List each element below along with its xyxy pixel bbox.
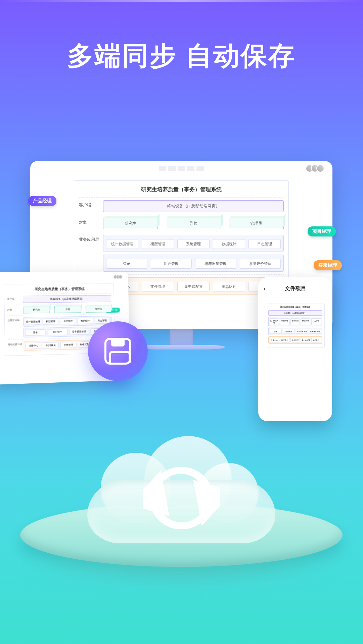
app-chip: 日志管理 [248, 239, 281, 249]
role-pill-qa: 客服经理 [314, 260, 342, 270]
diagram-row-client: 客户端 终端设备（pc及移动端网页） [79, 197, 284, 215]
diagram-title: 研究生培养质量（事务）管理系统 [79, 186, 284, 193]
support-chip: 注册中心 [25, 342, 41, 349]
app-chip: 数据统计 [213, 239, 245, 249]
row-label: 基础支撑环境 [8, 341, 24, 346]
app-chip: 模型管理 [43, 318, 58, 325]
row-label: 对象 [79, 218, 103, 225]
row-label: 客户端 [7, 296, 23, 301]
diagram-row-object: 对象 研究生 导师 管理员 [79, 215, 284, 232]
app-chip: 培养质量管理 [195, 259, 236, 269]
app-chip: 系统管理 [177, 239, 210, 249]
app-chip: 统一数据管理 [106, 239, 138, 249]
collaborator-avatars [308, 164, 324, 172]
object-cube: 导师 [166, 218, 221, 229]
sync-icon [143, 460, 220, 537]
diagram-title: 研究生培养质量（事务）管理系统 [268, 306, 322, 309]
object-cube: 导师 [54, 306, 81, 313]
object-cube: 管理员 [229, 218, 284, 229]
highlight-bar [0, 0, 363, 2]
support-chip: 注册中心 [270, 338, 279, 342]
role-pill-proj: 项目经理 [308, 226, 336, 236]
client-box: 终端设备（pc及移动端网页） [23, 295, 111, 303]
support-chip: 集中式配置 [177, 282, 210, 291]
support-chip: 消息队列 [213, 282, 245, 291]
phone-header: ‹ 文件项目 [262, 284, 329, 296]
avatar [316, 164, 324, 172]
app-chip: 数据统计 [301, 318, 310, 325]
phone-title: 文件项目 [264, 285, 327, 292]
hero-title: 多端同步 自动保存 [0, 39, 363, 74]
app-chip: 统一数据管理 [25, 319, 41, 325]
support-chip: 文件管理 [60, 342, 76, 348]
object-cube: 研究生 [103, 218, 158, 229]
app-chip: 登录 [25, 329, 46, 336]
app-chip: 质量评价管理 [240, 259, 281, 269]
row-label: 业务应用层 [7, 317, 23, 322]
save-badge [88, 321, 148, 381]
support-chip: 集中式配置 [301, 338, 310, 342]
row-label: 对象 [7, 307, 23, 312]
app-chip: 培养质量管理 [296, 329, 308, 334]
support-chip: 能可视化 [280, 338, 289, 342]
app-chip: 用户管理 [151, 259, 192, 269]
app-chip: 日志管理 [311, 318, 321, 325]
app-chip: 登录 [106, 259, 147, 269]
window-tabstrip [159, 166, 204, 171]
row-label: 客户端 [79, 200, 103, 208]
diagram-row-app: 业务应用层 统一数据管理 模型管理 系统管理 数据统计 日志管理 登录 [79, 232, 284, 274]
app-chip: 用户管理 [47, 329, 67, 335]
diagram-title: 研究生培养质量（事务）管理系统 [7, 286, 111, 292]
support-chip: 消息队列 [311, 338, 321, 342]
app-chip: 系统管理 [60, 318, 76, 324]
app-chip: 登录 [270, 329, 282, 334]
app-chip: 用户管理 [283, 329, 295, 334]
object-cube: 研究生 [23, 306, 50, 313]
monitor-stand [170, 329, 193, 345]
cloud-platform [20, 446, 343, 597]
monitor-base [138, 345, 225, 350]
collaborator-avatars [115, 275, 122, 279]
app-chip: 数据统计 [78, 318, 93, 324]
app-chip: 模型管理 [280, 318, 289, 325]
phone-device: ‹ 文件项目 研究生培养质量（事务）管理系统 终端设备（pc及移动端网页） 统一… [258, 277, 332, 421]
app-chip: 模型管理 [142, 239, 174, 249]
app-chip: 统一数据管理 [270, 318, 279, 325]
save-icon [104, 338, 131, 365]
app-chip: 系统管理 [290, 318, 300, 325]
app-chip: 培养质量管理 [69, 328, 89, 335]
support-chip: 文件管理 [290, 338, 300, 342]
client-box: 终端设备（pc及移动端网页） [103, 200, 284, 212]
architecture-diagram: 研究生培养质量（事务）管理系统 终端设备（pc及移动端网页） 统一数据管理 模型… [266, 304, 325, 347]
app-chip: 质量评价管理 [309, 329, 321, 334]
row-label: 业务应用层 [79, 235, 103, 243]
client-box: 终端设备（pc及移动端网页） [268, 310, 322, 316]
object-cube: 管理员 [85, 306, 111, 313]
support-chip: 能可视化 [43, 342, 59, 348]
role-pill-pm: 产品经理 [28, 196, 56, 206]
support-chip: 文件管理 [142, 282, 174, 291]
